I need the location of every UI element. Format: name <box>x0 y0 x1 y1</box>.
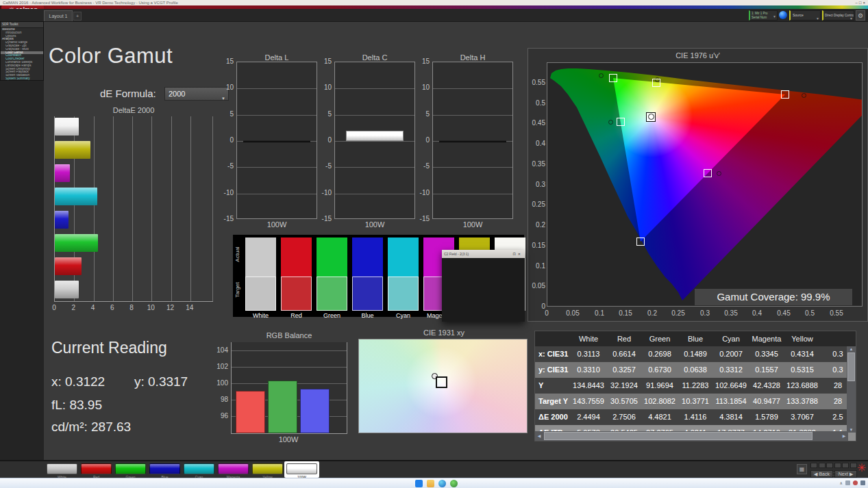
report-page-button[interactable] <box>826 463 833 468</box>
clock-area[interactable] <box>860 480 865 485</box>
swatch-target <box>352 277 383 311</box>
table-row-y-cie31: y: CIE310.33100.32570.67300.06380.33120.… <box>535 362 856 378</box>
table-row-target-y: Target Y143.755930.5705102.808210.377111… <box>535 394 856 409</box>
tab-layout1[interactable]: Layout 1 <box>44 10 73 21</box>
tick-label: -15 <box>220 215 234 222</box>
display-control-dropdown[interactable]: Direct Display Control ▼ <box>822 10 854 21</box>
meter-dropdown[interactable]: 1: Mtr 1 Pro Serial Num ▼ <box>749 10 778 21</box>
tick-label: 0.45 <box>528 119 545 127</box>
table-corner <box>535 331 571 346</box>
pattern-button-magenta[interactable] <box>218 463 249 474</box>
edge-browser-icon[interactable] <box>438 480 446 487</box>
pattern-button-cyan[interactable] <box>184 463 214 474</box>
gridline <box>335 167 414 168</box>
tray-chevron-icon[interactable]: ∧ <box>840 480 843 485</box>
meter-status-icon[interactable] <box>779 11 787 19</box>
tick-label: 10 <box>142 304 159 311</box>
tick-label: 0.4 <box>747 309 767 317</box>
de-formula-value: 2000 <box>169 90 185 98</box>
table-row-y: Y134.844332.192491.969411.2283102.664942… <box>535 378 856 394</box>
start-icon[interactable] <box>415 480 423 487</box>
report-page-button[interactable] <box>819 463 826 468</box>
layout-grid-icon[interactable]: ▦ <box>797 464 807 474</box>
pattern-button-red[interactable] <box>81 463 112 474</box>
report-page-button[interactable] <box>850 463 857 468</box>
pattern-button-green[interactable] <box>115 463 146 474</box>
swatch-label: Cyan <box>384 312 423 319</box>
tick-label: 0.2 <box>643 309 662 317</box>
gear-icon[interactable]: ⚙ <box>856 10 865 21</box>
popup-close-icon[interactable]: ✕ <box>518 252 523 256</box>
tick-label: 0.05 <box>528 282 545 290</box>
chevron-down-icon: ▼ <box>850 14 853 21</box>
tick-label: 102 <box>212 363 228 370</box>
popup-restore-icon[interactable]: ⊡ <box>513 252 518 256</box>
tick-label: -10 <box>220 189 234 196</box>
gridline <box>132 116 133 301</box>
tick-label: 0.35 <box>528 160 545 168</box>
target-point-red <box>781 90 789 99</box>
gridline <box>237 88 317 89</box>
target-row-label: Target <box>234 277 240 304</box>
tick-label: -15 <box>318 215 332 222</box>
report-page-button[interactable] <box>810 463 817 468</box>
report-page-button[interactable] <box>834 463 841 468</box>
tray-icon[interactable] <box>845 480 850 485</box>
pattern-button-yellow[interactable] <box>252 463 283 474</box>
swatch-actual <box>352 237 383 277</box>
deltae-bar-red <box>55 257 82 275</box>
tick-label: 0 <box>318 136 332 144</box>
cie1976-plot: Gamut Coverage: 99.9% <box>547 62 863 307</box>
de-formula-select[interactable]: 2000 ▼ <box>164 87 229 101</box>
app-tray-icon[interactable] <box>450 480 458 487</box>
reading-cdm2: cd/m²: 287.63 <box>51 420 131 435</box>
system-tray[interactable]: ∧ <box>840 480 865 485</box>
tick-label: 12 <box>162 304 179 311</box>
pattern-popup-window[interactable]: C2 Field - 2(3:1) ⊡✕ <box>442 250 525 322</box>
pattern-button-white[interactable] <box>47 463 77 474</box>
table-cell: 4.3814 <box>713 409 749 425</box>
calman-star-icon: ✳ <box>857 461 866 474</box>
tick-label: 0 <box>416 136 430 144</box>
watermark: SpectraCal <box>813 471 840 477</box>
table-cell: 1.4116 <box>678 409 713 425</box>
tick-label: 5 <box>416 110 430 118</box>
file-explorer-icon[interactable] <box>427 480 434 487</box>
tick-label: 0.15 <box>616 309 635 317</box>
window-controls[interactable]: –□× <box>856 0 867 5</box>
source-dropdown[interactable]: Source ▼ <box>789 10 821 21</box>
gridline <box>433 115 512 116</box>
table-vscrollbar[interactable]: ▲ ▼ <box>847 346 856 433</box>
tick-label: 15 <box>220 57 234 65</box>
popup-titlebar[interactable]: C2 Field - 2(3:1) ⊡✕ <box>442 250 525 258</box>
gridline <box>151 116 152 301</box>
rgb-xlabel: 100W <box>231 435 346 444</box>
table-cell: 0.6730 <box>642 362 678 378</box>
swatch-actual <box>281 237 312 277</box>
tick-label: 0.15 <box>528 242 545 249</box>
tick-label: 0.2 <box>528 221 545 229</box>
page-title: Color Gamut <box>49 44 173 68</box>
gridline <box>237 194 317 194</box>
close-icon[interactable]: × <box>863 1 867 5</box>
sidebar-item-system-summary[interactable]: System Summary <box>1 77 43 81</box>
gridline <box>237 167 317 168</box>
table-hscrollbar[interactable]: ◀ ▶ <box>535 431 848 441</box>
table-header-row: WhiteRedGreenBlueCyanMagentaYellow <box>535 331 856 346</box>
tray-icon[interactable] <box>853 480 858 485</box>
delta-chart-delta-h <box>432 62 513 219</box>
swatch-label: White <box>241 312 280 319</box>
add-layout-button[interactable]: + <box>73 12 82 21</box>
cie1976-title: CIE 1976 u'v' <box>528 51 867 60</box>
table-cell: 102.8082 <box>642 394 678 409</box>
gridline <box>94 116 95 301</box>
rgb-bar-blue <box>300 389 330 433</box>
tick-label: 0.1 <box>590 309 609 317</box>
table-cell: 42.4328 <box>749 378 784 394</box>
pattern-button-blue[interactable] <box>149 463 180 474</box>
table-row-x-cie31: x: CIE310.31130.66140.26980.14890.20070.… <box>535 346 856 362</box>
report-page-button[interactable] <box>842 463 849 468</box>
pattern-button-100w[interactable] <box>286 463 317 474</box>
tick-label: 98 <box>212 396 228 403</box>
tick-label: 0.3 <box>695 309 715 317</box>
